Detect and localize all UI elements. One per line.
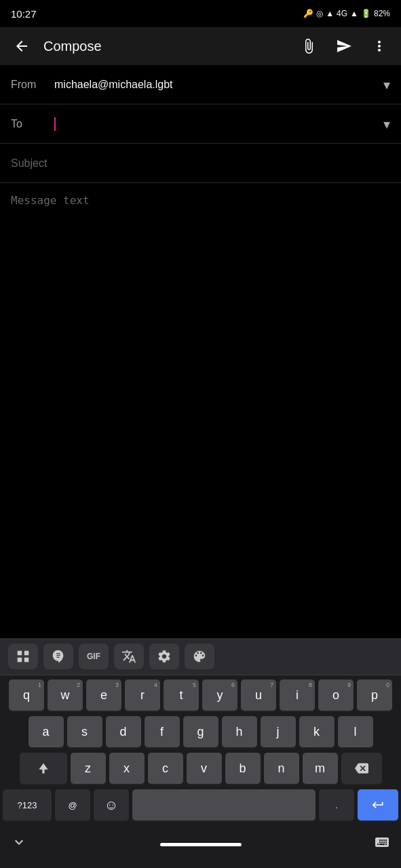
- key-d[interactable]: d: [106, 716, 141, 747]
- keyboard-row-4: ?123 @ ☺ .: [3, 789, 398, 821]
- to-dropdown-icon[interactable]: ▾: [383, 116, 390, 132]
- from-label: From: [11, 79, 54, 91]
- key-g[interactable]: g: [183, 716, 218, 747]
- key-r[interactable]: r4: [125, 679, 160, 711]
- attach-icon: [301, 38, 317, 54]
- shift-key[interactable]: [20, 753, 67, 784]
- battery-icon: 🔋: [361, 9, 371, 18]
- subject-row: [0, 144, 401, 183]
- send-icon: [336, 38, 352, 54]
- signal-icon: ▲: [326, 9, 334, 18]
- key-p[interactable]: p0: [357, 679, 392, 711]
- keyboard-bottom: [0, 830, 401, 868]
- palette-icon: [192, 649, 207, 664]
- key-i[interactable]: i8: [280, 679, 315, 711]
- app-bar: Compose: [0, 27, 401, 65]
- key-l[interactable]: l: [338, 716, 373, 747]
- keyboard-sticker-button[interactable]: [43, 644, 73, 669]
- to-cursor: [54, 117, 56, 131]
- attach-button[interactable]: [292, 30, 325, 62]
- key-b[interactable]: b: [225, 753, 261, 784]
- signal-icon-2: ▲: [350, 9, 358, 18]
- sticker-icon: [51, 649, 66, 664]
- shift-icon: [37, 762, 50, 775]
- key-v[interactable]: v: [187, 753, 222, 784]
- key-j[interactable]: j: [261, 716, 296, 747]
- keyboard-theme-button[interactable]: [185, 644, 214, 669]
- subject-input[interactable]: [11, 157, 390, 170]
- enter-key[interactable]: [358, 789, 398, 821]
- app-bar-actions: [292, 30, 396, 62]
- to-input[interactable]: [57, 118, 383, 130]
- period-key[interactable]: .: [319, 789, 354, 821]
- send-button[interactable]: [328, 30, 360, 62]
- key-e[interactable]: e3: [86, 679, 121, 711]
- key-z[interactable]: z: [71, 753, 106, 784]
- key-o[interactable]: o9: [318, 679, 354, 711]
- keyboard-gif-button[interactable]: GIF: [79, 644, 109, 669]
- backspace-key[interactable]: [341, 753, 382, 784]
- key-u[interactable]: u7: [241, 679, 276, 711]
- key-m[interactable]: m: [303, 753, 338, 784]
- key-t[interactable]: t5: [164, 679, 199, 711]
- key-y[interactable]: y6: [202, 679, 237, 711]
- location-icon: ◎: [316, 9, 323, 18]
- hide-keyboard-button[interactable]: [11, 834, 27, 854]
- back-arrow-icon: [14, 38, 30, 54]
- key-s[interactable]: s: [67, 716, 102, 747]
- battery-percent: 82%: [374, 9, 390, 18]
- home-bar: [160, 843, 242, 846]
- keyboard-row-3: z x c v b n m: [3, 753, 398, 784]
- from-value: michaela@michaela.lgbt: [54, 79, 383, 91]
- keyboard-icon: [374, 834, 390, 850]
- keyboard-rows: q1 w2 e3 r4 t5 y6 u7 i8 o9 p0 a s d f g …: [0, 675, 401, 830]
- compose-form: From michaela@michaela.lgbt ▾ To ▾: [0, 65, 401, 397]
- to-label: To: [11, 118, 54, 130]
- more-options-button[interactable]: [363, 30, 396, 62]
- key-h[interactable]: h: [222, 716, 257, 747]
- keyboard-translate-button[interactable]: [114, 644, 144, 669]
- emoji-key[interactable]: ☺: [94, 789, 129, 821]
- keyboard-settings-button[interactable]: [149, 644, 179, 669]
- settings-icon: [157, 649, 172, 664]
- keyboard-row-2: a s d f g h j k l: [3, 716, 398, 747]
- key-icon: 🔑: [303, 9, 313, 18]
- from-row: From michaela@michaela.lgbt ▾: [0, 65, 401, 104]
- backspace-icon: [355, 762, 368, 775]
- status-bar: 10:27 🔑 ◎ ▲ 4G ▲ 🔋 82%: [0, 0, 401, 27]
- chevron-down-icon: [11, 834, 27, 850]
- key-w[interactable]: w2: [47, 679, 83, 711]
- key-q[interactable]: q1: [9, 679, 44, 711]
- keyboard-row-1: q1 w2 e3 r4 t5 y6 u7 i8 o9 p0: [3, 679, 398, 711]
- app-bar-title: Compose: [38, 39, 292, 54]
- numbers-key[interactable]: ?123: [3, 789, 52, 821]
- key-n[interactable]: n: [264, 753, 299, 784]
- translate-icon: [121, 649, 136, 664]
- keyboard-toolbar: GIF: [0, 638, 401, 675]
- more-options-icon: [371, 38, 387, 54]
- from-dropdown-icon[interactable]: ▾: [383, 77, 390, 93]
- status-icons: 🔑 ◎ ▲ 4G ▲ 🔋 82%: [303, 9, 390, 18]
- key-f[interactable]: f: [145, 716, 180, 747]
- key-c[interactable]: c: [148, 753, 183, 784]
- space-key[interactable]: [132, 789, 316, 821]
- message-area: [0, 183, 401, 397]
- back-button[interactable]: [5, 30, 38, 62]
- gif-label: GIF: [87, 652, 100, 661]
- key-x[interactable]: x: [109, 753, 145, 784]
- keyboard-switch-button[interactable]: [374, 834, 390, 854]
- message-input[interactable]: [11, 194, 390, 384]
- key-k[interactable]: k: [299, 716, 335, 747]
- keyboard-container: GIF q1 w2 e3 r4 t5 y6 u7 i8: [0, 638, 401, 868]
- to-row: To ▾: [0, 104, 401, 144]
- key-a[interactable]: a: [28, 716, 64, 747]
- at-key[interactable]: @: [55, 789, 90, 821]
- keyboard-grid-button[interactable]: [8, 644, 38, 669]
- network-label: 4G: [337, 9, 347, 18]
- enter-icon: [371, 798, 385, 812]
- status-time: 10:27: [11, 8, 37, 20]
- grid-icon: [16, 649, 31, 664]
